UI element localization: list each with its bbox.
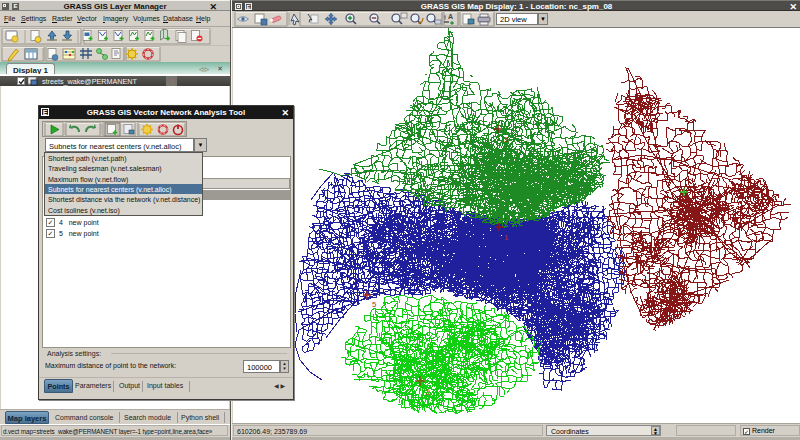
svg-text:1: 1 <box>504 233 509 242</box>
svg-text:5: 5 <box>372 300 377 309</box>
svg-text:2: 2 <box>425 387 430 397</box>
svg-text:A: A <box>448 13 453 20</box>
svg-text:3: 3 <box>504 135 509 144</box>
